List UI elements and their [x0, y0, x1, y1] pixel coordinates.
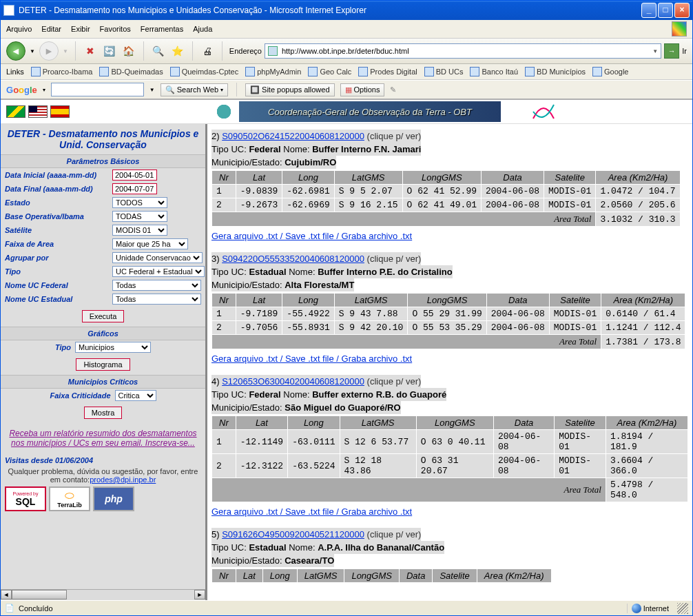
maximize-button[interactable]: □ [658, 3, 673, 18]
google-popups-button[interactable]: 🔲Site popups allowed [245, 83, 334, 96]
table-header: Lat [236, 416, 287, 430]
save-txt-link[interactable]: Gera arquivo .txt / Save .txt file / Gra… [211, 506, 412, 517]
link-page-icon [358, 67, 368, 76]
links-bar-item[interactable]: Prodes Digital [358, 67, 417, 76]
flag-spain-icon[interactable] [50, 105, 70, 118]
print-button[interactable]: 🖨 [200, 43, 215, 59]
menu-exibir[interactable]: Exibir [71, 25, 90, 33]
nome-uc-federal-select[interactable]: Todas [112, 280, 201, 291]
nome-uc-estadual-select[interactable]: Todas [112, 294, 201, 305]
table-header: LatGMS [340, 416, 416, 430]
links-bar-item[interactable]: Queimdas-Cptec [170, 67, 239, 76]
obt-logo-icon [210, 101, 238, 122]
links-bar-item[interactable]: Geo Calc [308, 67, 351, 76]
table-cell: 2004-06-08 [493, 430, 554, 454]
satelite-select[interactable]: MODIS 01 [112, 225, 167, 236]
entry-link[interactable]: S094220O55533520040608120000 [222, 254, 364, 264]
address-box[interactable]: ▼ [265, 43, 661, 59]
links-bar-item[interactable]: BD Municípios [525, 67, 586, 76]
menu-ferramentas[interactable]: Ferramentas [141, 25, 183, 33]
table-header: LongGMS [416, 416, 493, 430]
promo-link[interactable]: Receba um relatório resumido dos desmata… [9, 429, 196, 448]
stop-button[interactable]: ✖ [83, 43, 98, 59]
faixa-area-select[interactable]: Maior que 25 ha [112, 238, 188, 249]
table-cell: O 63 31 20.67 [416, 454, 493, 478]
links-bar-item[interactable]: Banco Itaú [470, 67, 518, 76]
save-txt-link[interactable]: Gera arquivo .txt / Save .txt file / Gra… [211, 231, 412, 241]
promo-block: Receba um relatório resumido dos desmata… [1, 423, 205, 453]
menu-editar[interactable]: Editar [41, 25, 61, 33]
minimize-button[interactable]: _ [641, 3, 656, 18]
links-bar-item[interactable]: BD UCs [424, 67, 464, 76]
flag-usa-icon[interactable] [28, 105, 48, 118]
google-options-button[interactable]: ▦Options [340, 83, 385, 96]
obt-header: Coordenação-Geral de Observação da Terra… [1, 100, 692, 124]
home-button[interactable]: 🏠 [121, 43, 136, 59]
address-input[interactable] [280, 46, 650, 56]
google-search-input[interactable] [51, 83, 144, 96]
scroll-right-icon[interactable]: ► [194, 590, 205, 599]
table-cell: 1 [212, 430, 236, 454]
table-header: Data [493, 416, 554, 430]
close-button[interactable]: × [674, 3, 690, 18]
estado-select[interactable]: TODOS [112, 197, 167, 208]
table-cell: 1.1241 / 112.4 [601, 321, 685, 335]
table-cell: -12.3122 [236, 454, 287, 478]
back-button[interactable]: ◄ [6, 41, 25, 61]
links-bar-item[interactable]: phpMyAdmin [245, 67, 301, 76]
left-panel-scrollbar[interactable]: ◄ ► [1, 589, 205, 600]
entry-link[interactable]: S090502O62415220040608120000 [222, 131, 364, 141]
table-cell: -9.7056 [236, 321, 282, 335]
link-label: phpMyAdmin [257, 68, 301, 76]
link-page-icon [170, 67, 180, 76]
histograma-button[interactable]: Histograma [76, 358, 130, 371]
menu-ajuda[interactable]: Ajuda [193, 25, 212, 33]
base-select[interactable]: TODAS [112, 211, 167, 222]
obt-banner: Coordenação-Geral de Observação da Terra… [239, 101, 501, 122]
executa-button[interactable]: Executa [82, 310, 125, 322]
grafico-tipo-select[interactable]: Municipios [75, 342, 151, 353]
save-txt-link[interactable]: Gera arquivo .txt / Save .txt file / Gra… [211, 353, 412, 364]
table-total-row: Area Total3.1032 / 310.3 [212, 212, 681, 227]
menu-arquivo[interactable]: Arquivo [6, 25, 32, 33]
table-header: LongGMS [402, 171, 481, 185]
table-cell: 2 [212, 198, 236, 212]
table-cell: 3.6604 / 366.0 [606, 454, 687, 478]
refresh-button[interactable]: 🔄 [102, 43, 117, 59]
scroll-left-icon[interactable]: ◄ [1, 590, 12, 599]
address-label: Endereço [229, 47, 262, 55]
table-cell: O 62 41 52.99 [402, 185, 481, 198]
table-cell: O 55 29 31.99 [408, 307, 486, 321]
address-dropdown-icon[interactable]: ▼ [652, 48, 658, 54]
resize-grip-icon[interactable] [677, 603, 688, 614]
search-button[interactable]: 🔍 [151, 43, 166, 59]
entry-link[interactable]: S120653O63004020040608120000 [222, 376, 364, 387]
links-bar-item[interactable]: Google [592, 67, 628, 76]
windows-logo-icon [672, 21, 687, 37]
table-cell: -62.6969 [282, 198, 334, 212]
go-button[interactable]: → [664, 43, 679, 59]
agrupar-select[interactable]: Unidade Conservacao [112, 252, 203, 263]
data-inicial-input[interactable] [112, 170, 157, 181]
table-cell: 0.6140 / 61.4 [601, 307, 685, 321]
table-cell: -9.0839 [236, 185, 282, 198]
menu-favoritos[interactable]: Favoritos [100, 25, 131, 33]
table-row: 1-9.7189-55.4922S 9 43 7.88O 55 29 31.99… [212, 307, 685, 321]
table-header: Satelite [433, 569, 477, 583]
entry-link[interactable]: S091626O49500920040521120000 [222, 529, 364, 540]
mostra-button[interactable]: Mostra [84, 407, 123, 419]
favorites-button[interactable]: ⭐ [170, 43, 185, 59]
contact-email-link[interactable]: prodes@dpi.inpe.br [90, 475, 156, 484]
links-bar-item[interactable]: BD-Queimadas [99, 67, 163, 76]
tipo-select[interactable]: UC Federal + Estadual [112, 266, 205, 277]
links-bar-item[interactable]: Proarco-Ibama [31, 67, 93, 76]
table-cell: MODIS-01 [549, 307, 601, 321]
pencil-icon[interactable]: ✎ [390, 85, 396, 94]
table-cell: 2004-06-08 [493, 454, 554, 478]
table-header: Area (Km2/Ha) [596, 171, 680, 185]
google-search-button[interactable]: 🔍Search Web▾ [161, 83, 228, 96]
criticidade-select[interactable]: Critica [115, 390, 156, 401]
scroll-thumb[interactable] [12, 590, 67, 599]
data-final-input[interactable] [112, 183, 157, 194]
flag-brazil-icon[interactable] [6, 105, 25, 118]
